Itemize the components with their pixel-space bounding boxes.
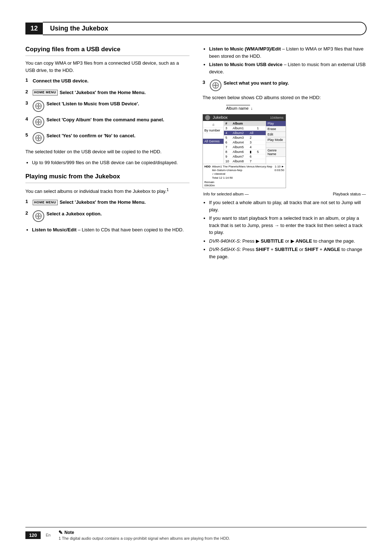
row7-name: Album7	[233, 155, 250, 158]
page: 12 Using the Jukebox Copying files from …	[0, 0, 392, 555]
nav-icon-play-step2	[33, 210, 44, 222]
row3-name: Album3	[233, 136, 250, 139]
play-step-2: 2 Select a Jukebox	[25, 210, 189, 222]
step4-num: 4	[25, 116, 31, 122]
footer-album-line1: Album1 The Planets/Mars-Venus-Mercury-Ne…	[212, 165, 273, 169]
jukebox-screenshot: Jukebox 104Items ♫ By number	[203, 114, 286, 189]
note-whole-album: If you select a whole album to play, all…	[209, 199, 367, 213]
album-name-label: Album name	[226, 105, 250, 110]
play-step1-body: HOME MENU Select 'Jukebox' from the Home…	[33, 199, 189, 206]
section2-title: Playing music from the Jukebox	[25, 173, 189, 181]
step1-num: 1	[25, 77, 31, 83]
section1-divider	[25, 56, 189, 56]
step-1: 1 Connect the USB device.	[25, 77, 189, 85]
footer-album-line2: iter-Saturn-Uranus-Nep	[212, 169, 273, 172]
content-area: Copying files from a USB device You can …	[25, 45, 367, 263]
row6-c3: ▮	[250, 150, 257, 154]
album-row-1: 3 Album1 1	[224, 126, 266, 131]
note-start-track: If you want to start playback from a sel…	[209, 215, 367, 236]
ui-body: ♫ By number All Genres # Album	[203, 121, 286, 164]
ui-titlebar: Jukebox 104Items	[203, 114, 286, 121]
nav-icon-step3	[33, 100, 44, 112]
album-row-7: 9 Album7 6	[224, 154, 266, 159]
ui-footer-area: HDD Album1 The Planets/Mars-Venus-Mercur…	[203, 164, 286, 188]
step5-note: The selected folder on the USB device wi…	[25, 148, 189, 155]
ui-count: 104Items	[270, 116, 283, 119]
bullet-usb-device: Listen to Music from USB device – Listen…	[209, 61, 367, 75]
section-copy-usb: Copying files from a USB device You can …	[25, 45, 189, 166]
play-step1-text: HOME MENU Select 'Jukebox' from the Home…	[33, 199, 146, 206]
action-erase[interactable]: Erase	[266, 126, 286, 132]
step3-body: Select 'Listen to Music from USB Device'…	[33, 100, 189, 112]
ui-actions-panel: Play Erase Edit Play Mode Genre Name	[266, 121, 286, 164]
action-genrename[interactable]: Genre Name	[266, 148, 286, 157]
action-edit[interactable]: Edit	[266, 132, 286, 137]
action-playmode[interactable]: Play Mode	[266, 137, 286, 143]
row1-c4: 1	[257, 126, 264, 130]
album-row-2: 4 Album2 All	[224, 131, 266, 135]
svg-marker-22	[40, 215, 41, 217]
home-menu-badge: HOME MENU	[33, 90, 58, 96]
nav-circle-svg4	[35, 118, 42, 126]
row2-c3: All	[250, 131, 257, 135]
action-empty	[266, 143, 286, 148]
svg-marker-14	[38, 139, 39, 141]
row8-num: 10	[225, 159, 233, 163]
row5-num: 7	[225, 145, 233, 149]
row8-c3: 7	[250, 159, 257, 163]
section2-divider	[25, 183, 189, 183]
ui-title-left: Jukebox	[205, 115, 228, 120]
svg-marker-2	[38, 107, 39, 109]
svg-marker-15	[36, 137, 37, 139]
row6-num: 8	[225, 150, 233, 154]
row2-num: 4	[225, 131, 233, 135]
chapter-title: Using the Jukebox	[43, 22, 367, 35]
left-column: Copying files from a USB device You can …	[25, 45, 189, 263]
note-label: ✎ Note	[58, 530, 230, 535]
step1-text: Connect the USB device.	[33, 77, 89, 85]
row4-num: 6	[225, 141, 233, 144]
album-row-4: 6 Album4 3	[224, 140, 266, 145]
jukebox-options: Listen to Music/Edit – Listen to CDs tha…	[32, 226, 189, 234]
play-step-1: 1 HOME MENU Select 'Jukebox' from the Ho…	[25, 199, 189, 206]
option-listen-edit: Listen to Music/Edit – Listen to CDs tha…	[32, 226, 189, 234]
sidebar-row-bynumber: By number	[203, 128, 224, 133]
playback-status-label: Playback status —	[333, 192, 366, 196]
right-step3-body: Select what you want to play.	[210, 80, 367, 91]
ui-bottom-labels: Info for selected album — Playback statu…	[203, 192, 367, 196]
bullet-wma-mp3: Listen to Music (WMA/MP3)/Edit – Listen …	[209, 45, 367, 60]
ui-main: # Album 3 Album1 1	[224, 121, 266, 164]
footer-total: Total 12 1:14:50	[212, 176, 273, 180]
row1-name: Album1	[233, 126, 250, 130]
note-section: ✎ Note 1 The digital audio output contai…	[58, 530, 230, 540]
step4-text: Select 'Copy Album' from the command men…	[46, 116, 164, 123]
step4-body: Select 'Copy Album' from the command men…	[33, 116, 189, 128]
svg-marker-4	[40, 105, 41, 107]
svg-point-29	[215, 85, 216, 86]
right-step3-num: 3	[203, 80, 208, 85]
step2-body: HOME MENU Select 'Jukebox' from the Home…	[33, 89, 189, 96]
nav-icon-right-step3	[210, 80, 221, 91]
col-num-header: #	[225, 122, 233, 125]
row2-name: Album2	[233, 131, 250, 135]
step-2: 2 HOME MENU Select 'Jukebox' from the Ho…	[25, 89, 189, 96]
svg-marker-20	[38, 217, 39, 219]
album-row-6: 8 Album6 ▮ 5	[224, 150, 266, 154]
action-play[interactable]: Play	[266, 121, 286, 126]
album-row-8: 10 Album8 7	[224, 159, 266, 164]
note-dvr940: DVR-940HX-S: Press ▶ SUBTITLE or ▶ ANGLE…	[209, 238, 367, 245]
step5-body: Select 'Yes' to confirm or 'No' to cance…	[33, 132, 189, 144]
svg-marker-16	[40, 137, 41, 139]
copy-bullet-1: Up to 99 folders/999 files on the USB de…	[32, 159, 189, 166]
row6-c4: 5	[257, 150, 264, 154]
right-bullets: Listen to Music (WMA/MP3)/Edit – Listen …	[209, 45, 367, 75]
footer-hdd-label: HDD	[204, 165, 211, 168]
right-step3-text: Select what you want to play.	[224, 80, 289, 87]
right-step-3: 3 Select what you want to play.	[203, 80, 367, 91]
svg-point-5	[38, 105, 39, 107]
svg-marker-26	[215, 86, 216, 88]
row6-name: Album6	[233, 150, 250, 154]
step-5: 5 Select 'Yes' to c	[25, 132, 189, 144]
step3-text: Select 'Listen to Music from USB Device'…	[46, 100, 139, 108]
svg-marker-19	[38, 214, 39, 215]
